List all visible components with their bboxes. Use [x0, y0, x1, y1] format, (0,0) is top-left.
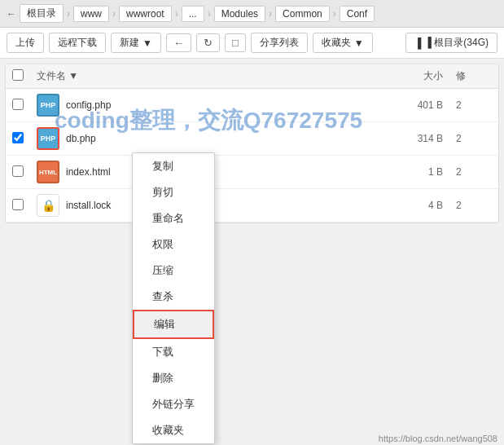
favorites-button[interactable]: 收藏夹 ▼	[313, 33, 373, 53]
table-row[interactable]: PHP config.php 401 B 2	[6, 89, 498, 122]
context-menu-item-favorites[interactable]: 收藏夹	[133, 417, 214, 443]
table-row[interactable]: 🔒 install.lock 4 B 2	[6, 189, 498, 222]
row-checkbox[interactable]	[12, 99, 24, 110]
breadcrumb-sep-4: ›	[208, 8, 211, 20]
window-button[interactable]: □	[225, 33, 246, 52]
back-button[interactable]: ←	[166, 33, 191, 52]
refresh-button[interactable]: ↻	[196, 33, 220, 52]
file-modified: 2	[449, 89, 498, 122]
breadcrumb-root[interactable]: 根目录	[20, 4, 64, 23]
php-icon: PHP	[37, 94, 59, 117]
breadcrumb-sep-3: ›	[175, 8, 178, 20]
row-checkbox-cell[interactable]	[6, 156, 30, 189]
file-name-cell[interactable]: PHP config.php	[30, 89, 368, 122]
row-checkbox-cell[interactable]	[6, 122, 30, 156]
row-checkbox[interactable]	[12, 165, 24, 177]
file-size: 1 B	[368, 156, 449, 189]
breadcrumb-conf: Conf	[340, 6, 375, 22]
context-menu-item-permissions[interactable]: 权限	[133, 231, 214, 258]
table-row[interactable]: HTML index.html 1 B 2	[6, 156, 498, 189]
file-size: 4 B	[368, 189, 449, 222]
row-checkbox-cell[interactable]	[6, 89, 30, 122]
file-size: 401 B	[368, 89, 449, 122]
bottom-status-bar: https://blog.csdn.net/wang508	[372, 432, 504, 445]
context-menu-item-external-share[interactable]: 外链分享	[133, 391, 214, 417]
remote-download-button[interactable]: 远程下载	[49, 33, 106, 53]
lock-icon: 🔒	[37, 194, 59, 217]
breadcrumb-back[interactable]: ←	[7, 8, 16, 20]
table-header-row: 文件名 ▼ 大小 修	[6, 64, 498, 89]
breadcrumb-sep-1: ›	[67, 8, 70, 20]
table-row[interactable]: PHP db.php 314 B 2	[6, 122, 498, 156]
context-menu-item-scan[interactable]: 查杀	[133, 284, 214, 310]
col-name-header[interactable]: 文件名 ▼	[30, 64, 368, 89]
disk-info: ▐ ▐ 根目录(34G)	[405, 33, 497, 53]
share-list-button[interactable]: 分享列表	[251, 33, 308, 53]
breadcrumb-wwwroot[interactable]: wwwroot	[119, 6, 172, 22]
html-icon: HTML	[37, 161, 59, 183]
file-modified: 2	[449, 122, 498, 156]
new-dropdown-icon: ▼	[142, 37, 152, 49]
file-size: 314 B	[368, 122, 449, 156]
breadcrumb-common[interactable]: Common	[275, 6, 330, 22]
context-menu-item-delete[interactable]: 删除	[133, 365, 214, 391]
file-modified: 2	[449, 189, 498, 222]
col-modified-header: 修	[449, 64, 498, 89]
php-icon-selected: PHP	[37, 127, 59, 150]
context-menu-item-edit[interactable]: 编辑	[133, 310, 214, 339]
toolbar: 上传 远程下载 新建 ▼ ← ↻ □ 分享列表 收藏夹 ▼ ▐ ▐ 根目录(34…	[0, 28, 504, 59]
new-button[interactable]: 新建 ▼	[111, 33, 161, 53]
favorites-dropdown-icon: ▼	[354, 37, 364, 49]
upload-button[interactable]: 上传	[7, 33, 44, 53]
file-modified: 2	[449, 156, 498, 189]
col-size-header: 大小	[368, 64, 449, 89]
breadcrumb-sep-6: ›	[333, 8, 336, 20]
disk-icon: ▐	[414, 37, 422, 49]
col-checkbox-header	[6, 64, 30, 89]
row-checkbox-cell[interactable]	[6, 189, 30, 222]
context-menu-item-download[interactable]: 下载	[133, 339, 214, 365]
file-table-wrapper: coding整理，交流Q76727575 文件名 ▼ 大小 修	[5, 64, 499, 223]
breadcrumb-sep-2: ›	[112, 8, 116, 20]
row-checkbox[interactable]	[12, 132, 24, 143]
context-menu-item-rename[interactable]: 重命名	[133, 205, 214, 231]
breadcrumb-ellipsis[interactable]: ...	[182, 6, 204, 22]
context-menu-item-compress[interactable]: 压缩	[133, 258, 214, 284]
breadcrumb-modules[interactable]: Modules	[214, 6, 265, 22]
breadcrumb-www[interactable]: www	[73, 6, 109, 22]
context-menu-item-cut[interactable]: 剪切	[133, 179, 214, 205]
breadcrumb-bar: ← 根目录 › www › wwwroot › ... › Modules › …	[0, 0, 504, 28]
table-container: coding整理，交流Q76727575 文件名 ▼ 大小 修	[6, 64, 498, 222]
row-checkbox[interactable]	[12, 199, 24, 210]
select-all-checkbox[interactable]	[12, 69, 24, 81]
context-menu: 复制 剪切 重命名 权限 压缩 查杀 编辑 下载 删除 外链分享 收藏夹	[132, 152, 215, 444]
breadcrumb-sep-5: ›	[269, 8, 272, 20]
context-menu-item-copy[interactable]: 复制	[133, 153, 214, 179]
file-table: 文件名 ▼ 大小 修	[6, 64, 498, 222]
file-name-cell[interactable]: PHP db.php	[30, 122, 368, 156]
